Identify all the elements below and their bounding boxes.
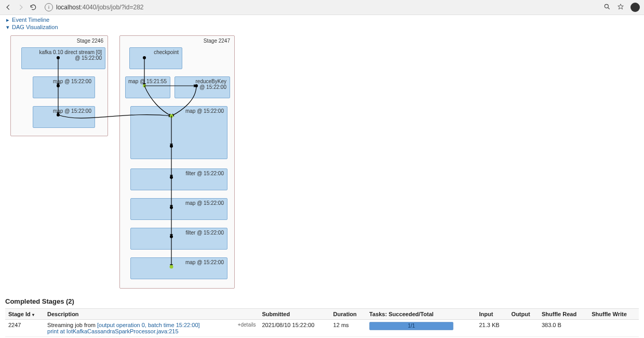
forward-icon[interactable]: [17, 3, 25, 11]
desc-line2[interactable]: print at IotKafkaCassandraSparkProcessor…: [47, 328, 179, 334]
sort-caret-icon: ▾: [32, 313, 34, 317]
col-stage-id[interactable]: Stage Id▾: [5, 309, 44, 320]
col-description[interactable]: Description: [44, 309, 259, 320]
cell-tasks: 1/1: [366, 320, 476, 337]
col-duration[interactable]: Duration: [330, 309, 367, 320]
cell-shuffle-read: 383.0 B: [539, 320, 588, 337]
url-port: :4040: [81, 4, 96, 11]
stage-box-2247: Stage 2247 checkpoint map @ 15:21:55 red…: [119, 35, 235, 289]
col-shuffle-write[interactable]: Shuffle Write: [588, 309, 639, 320]
rdd-kafka-label2: @ 15:22:00: [75, 55, 102, 61]
browser-bar: i localhost:4040/jobs/job/?id=282: [0, 0, 644, 15]
stage-title-2247: Stage 2247: [204, 38, 230, 44]
star-icon[interactable]: [617, 3, 624, 12]
dag-viz-toggle[interactable]: ▾ DAG Visualization: [5, 24, 639, 31]
rdd-kafka-stream[interactable]: kafka 0.10 direct stream [0] @ 15:22:00: [21, 47, 105, 69]
cell-description: Streaming job from [output operation 0, …: [44, 320, 259, 337]
caret-down-icon: ▾: [5, 24, 10, 31]
rdd-map-r0-label: map @ 15:21:55: [128, 79, 167, 84]
rdd-map-r0[interactable]: map @ 15:21:55: [125, 76, 170, 98]
col-shuffle-read[interactable]: Shuffle Read: [539, 309, 588, 320]
rdd-rbk-label2: @ 15:22:00: [199, 84, 226, 90]
rdd-map-l2[interactable]: map @ 15:22:00: [33, 106, 95, 128]
dag-visualization: Stage 2246 kafka 0.10 direct stream [0] …: [5, 33, 244, 290]
col-tasks[interactable]: Tasks: Succeeded/Total: [366, 309, 476, 320]
zoom-icon[interactable]: [603, 3, 611, 12]
back-icon[interactable]: [4, 3, 12, 11]
rdd-map-r3-label: map @ 15:22:00: [185, 259, 224, 265]
rdd-rbk-label1: reduceByKey: [196, 79, 226, 84]
progress-bar: 1/1: [369, 322, 453, 330]
col-input[interactable]: Input: [476, 309, 508, 320]
event-timeline-toggle[interactable]: ▸ Event Timeline: [5, 17, 639, 23]
rdd-map-r2-label: map @ 15:22:00: [185, 200, 224, 206]
rdd-filter-r2-label: filter @ 15:22:00: [185, 230, 224, 236]
profile-avatar[interactable]: [630, 3, 640, 12]
svg-point-0: [605, 4, 608, 8]
completed-stages-title: Completed Stages (2): [5, 297, 639, 305]
url-path: /jobs/job/?id=282: [96, 4, 143, 11]
cell-submitted: 2021/08/10 15:22:00: [259, 320, 330, 337]
table-header-row: Stage Id▾ Description Submitted Duration…: [5, 309, 639, 320]
rdd-checkpoint-label: checkpoint: [154, 49, 179, 55]
rdd-filter-r2[interactable]: filter @ 15:22:00: [130, 228, 227, 250]
progress-text: 1/1: [370, 322, 453, 330]
desc-link[interactable]: [output operation 0, batch time 15:22:00…: [97, 322, 200, 328]
rdd-map-r1[interactable]: map @ 15:22:00: [130, 106, 227, 159]
rdd-kafka-label1: kafka 0.10 direct stream [0]: [39, 49, 102, 55]
cell-input: 21.3 KB: [476, 320, 508, 337]
col-output[interactable]: Output: [508, 309, 539, 320]
page-content: ▸ Event Timeline ▾ DAG Visualization Sta…: [0, 15, 644, 338]
caret-right-icon: ▸: [5, 17, 10, 23]
dag-viz-label: DAG Visualization: [12, 24, 58, 30]
cell-stage-id: 2247: [5, 320, 44, 337]
rdd-map-l1[interactable]: map @ 15:22:00: [33, 76, 95, 98]
stage-box-2246: Stage 2246 kafka 0.10 direct stream [0] …: [10, 35, 108, 136]
rdd-filter-r1-label: filter @ 15:22:00: [185, 171, 224, 176]
rdd-checkpoint[interactable]: checkpoint: [129, 47, 182, 69]
cell-output: [508, 320, 539, 337]
svg-line-1: [608, 7, 610, 9]
table-row: 2247 Streaming job from [output operatio…: [5, 320, 639, 337]
rdd-map-r3[interactable]: map @ 15:22:00: [130, 257, 227, 279]
rdd-filter-r1[interactable]: filter @ 15:22:00: [130, 168, 227, 190]
desc-prefix: Streaming job from: [47, 322, 97, 328]
details-link[interactable]: +details: [238, 322, 256, 328]
cell-shuffle-write: [588, 320, 639, 337]
site-info-icon[interactable]: i: [45, 3, 53, 11]
reload-icon[interactable]: [29, 3, 37, 11]
rdd-reducebykey[interactable]: reduceByKey @ 15:22:00: [175, 76, 230, 98]
rdd-map-l1-label: map @ 15:22:00: [53, 79, 91, 84]
completed-stages-table: Stage Id▾ Description Submitted Duration…: [5, 308, 639, 338]
stage-title-2246: Stage 2246: [77, 38, 103, 44]
rdd-map-r1-label: map @ 15:22:00: [185, 108, 224, 114]
url-host: localhost: [56, 4, 81, 11]
rdd-map-r2[interactable]: map @ 15:22:00: [130, 198, 227, 220]
url-bar[interactable]: i localhost:4040/jobs/job/?id=282: [42, 2, 599, 12]
cell-duration: 12 ms: [330, 320, 367, 337]
rdd-map-l2-label: map @ 15:22:00: [53, 108, 91, 114]
col-submitted[interactable]: Submitted: [259, 309, 330, 320]
event-timeline-label: Event Timeline: [12, 17, 49, 23]
